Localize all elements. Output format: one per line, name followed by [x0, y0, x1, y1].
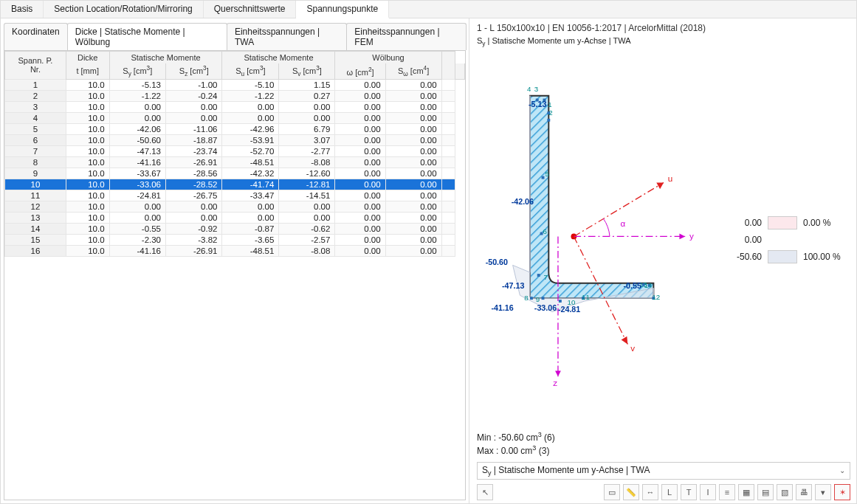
table-cell: -33.47: [222, 190, 279, 201]
table-row[interactable]: 1510.0-2.30-3.82-3.65-2.570.000.00: [5, 234, 465, 245]
table-row[interactable]: 510.0-42.06-11.06-42.966.790.000.00: [5, 123, 465, 134]
table-cell: -14.51: [279, 190, 335, 201]
data-grid[interactable]: Spann. P.Nr.DickeStatische MomenteStatis…: [4, 50, 466, 500]
table-cell: 10.0: [66, 123, 109, 134]
group-header: [441, 52, 455, 80]
ok-icon[interactable]: ✶: [834, 484, 850, 500]
table-cell: 0.00: [335, 156, 385, 168]
top-tab-2[interactable]: Querschnittswerte: [204, 1, 297, 18]
beam-icon[interactable]: I: [700, 484, 716, 500]
table-row[interactable]: 1310.00.000.000.000.000.000.00: [5, 212, 465, 223]
table-cell: 10.0: [66, 168, 109, 179]
grid-icon[interactable]: ▦: [738, 484, 754, 500]
group-header: Statische Momente: [109, 52, 222, 64]
table-cell: 0.00: [166, 101, 222, 112]
top-tab-3[interactable]: Spannungspunkte: [296, 1, 389, 18]
table-cell: 0.00: [385, 190, 441, 201]
table-row[interactable]: 1110.0-24.81-26.75-33.47-14.510.000.00: [5, 190, 465, 201]
sub-header: [455, 63, 464, 79]
table-row[interactable]: 110.0-5.13-1.00-5.101.150.000.00: [5, 79, 465, 90]
right-pane: 1 - L 150x100x10 | EN 10056-1:2017 | Arc…: [469, 18, 856, 503]
table-cell: -26.75: [166, 190, 222, 201]
grid-table[interactable]: Spann. P.Nr.DickeStatische MomenteStatis…: [4, 51, 465, 257]
svg-text:-0.55: -0.55: [624, 281, 641, 290]
table-cell: 0.00: [335, 190, 385, 201]
table-row[interactable]: 910.0-33.67-28.56-42.32-12.600.000.00: [5, 168, 465, 179]
table-row[interactable]: 310.00.000.000.000.000.000.00: [5, 101, 465, 112]
stat-max: Max : 0.00 cm3 (3): [477, 444, 850, 458]
table-cell: 0.00: [109, 201, 165, 212]
table-cell: 0.00: [385, 123, 441, 134]
table-row[interactable]: 210.0-1.22-0.24-1.220.270.000.00: [5, 90, 465, 101]
section-t-icon[interactable]: T: [681, 484, 697, 500]
table-row[interactable]: 1410.0-0.55-0.92-0.87-0.620.000.00: [5, 223, 465, 234]
svg-text:6: 6: [543, 227, 547, 235]
ruler-icon[interactable]: 📏: [623, 484, 639, 500]
color-legend: 0.000.00 %0.00-50.60100.00 %: [725, 213, 847, 267]
table-cell: -42.96: [222, 123, 279, 134]
sub-header: Sω [cm4]: [385, 63, 441, 79]
crop-icon[interactable]: ▭: [604, 484, 620, 500]
table-cell: 10.0: [66, 212, 109, 223]
main-area: KoordinatenDicke | Statische Momente | W…: [1, 18, 856, 503]
table-cell: 0.00: [166, 212, 222, 223]
table-cell: 0.00: [385, 134, 441, 145]
table-cell: 0.00: [335, 123, 385, 134]
sub-tab-2[interactable]: Einheitsspannungen | TWA: [227, 23, 347, 50]
table-cell: 0.00: [385, 101, 441, 112]
table-row[interactable]: 410.00.000.000.000.000.000.00: [5, 112, 465, 123]
axis-u-label: u: [668, 173, 672, 182]
quantity-selector[interactable]: Sy | Statische Momente um y-Achse | TWA …: [477, 462, 850, 480]
gear-icon[interactable]: ▾: [815, 484, 831, 500]
swatch-icon[interactable]: ▧: [777, 484, 793, 500]
table-row[interactable]: 1610.0-41.16-26.91-48.51-8.080.000.00: [5, 245, 465, 256]
group-header: Dicke: [66, 52, 109, 64]
table-icon[interactable]: ▤: [757, 484, 774, 500]
svg-line-7: [574, 182, 664, 236]
table-cell: -5.10: [222, 79, 279, 90]
sub-tab-0[interactable]: Koordinaten: [4, 23, 68, 50]
section-outline: [530, 96, 653, 298]
table-cell: -11.06: [166, 123, 222, 134]
top-tab-0[interactable]: Basis: [1, 1, 44, 18]
table-row[interactable]: 610.0-50.60-18.87-53.913.070.000.00: [5, 134, 465, 145]
table-row[interactable]: 810.0-41.16-26.91-48.51-8.080.000.00: [5, 156, 465, 168]
table-row[interactable]: 710.0-47.13-23.74-52.70-2.770.000.00: [5, 145, 465, 156]
svg-text:-47.13: -47.13: [502, 281, 524, 290]
table-row[interactable]: 1010.0-33.06-28.52-41.74-12.810.000.00: [5, 179, 465, 190]
table-cell: -0.24: [166, 90, 222, 101]
table-cell: 0.00: [385, 234, 441, 245]
section-l-icon[interactable]: L: [661, 484, 678, 500]
table-cell: -0.92: [166, 223, 222, 234]
table-cell: -18.87: [166, 134, 222, 145]
table-cell: 0.00: [335, 112, 385, 123]
table-cell: 13: [5, 212, 66, 223]
table-row[interactable]: 1210.00.000.000.000.000.000.00: [5, 201, 465, 212]
app-window: BasisSection Location/Rotation/Mirroring…: [0, 0, 857, 504]
print-icon[interactable]: 🖶: [796, 484, 812, 500]
table-cell: -0.87: [222, 223, 279, 234]
table-cell: 0.00: [385, 145, 441, 156]
table-cell: -0.62: [279, 223, 335, 234]
group-header: Statische Momente: [222, 52, 335, 64]
svg-rect-19: [542, 297, 545, 300]
table-cell: 0.00: [335, 101, 385, 112]
list-icon[interactable]: ≡: [719, 484, 735, 500]
table-cell: 0.00: [279, 212, 335, 223]
table-cell: 0.00: [385, 112, 441, 123]
sub-tab-3[interactable]: Einheitsspannungen | FEM: [346, 23, 467, 50]
sub-tab-1[interactable]: Dicke | Statische Momente | Wölbung: [67, 23, 227, 50]
table-cell: 0.00: [222, 212, 279, 223]
table-cell: -52.70: [222, 145, 279, 156]
dim-icon[interactable]: ↔: [642, 484, 658, 500]
table-cell: -47.13: [109, 145, 165, 156]
section-viewport[interactable]: y z u v α: [477, 52, 850, 429]
table-cell: -26.91: [166, 156, 222, 168]
table-cell: 10.0: [66, 234, 109, 245]
viewport-toolbar: ↖ ▭ 📏 ↔ L T I ≡ ▦ ▤ ▧ 🖶 ▾ ✶: [477, 484, 850, 500]
cursor-icon[interactable]: ↖: [477, 484, 493, 500]
axis-y-label: y: [689, 231, 694, 241]
table-cell: 10.0: [66, 145, 109, 156]
table-cell: 0.00: [385, 168, 441, 179]
top-tab-1[interactable]: Section Location/Rotation/Mirroring: [44, 1, 203, 18]
